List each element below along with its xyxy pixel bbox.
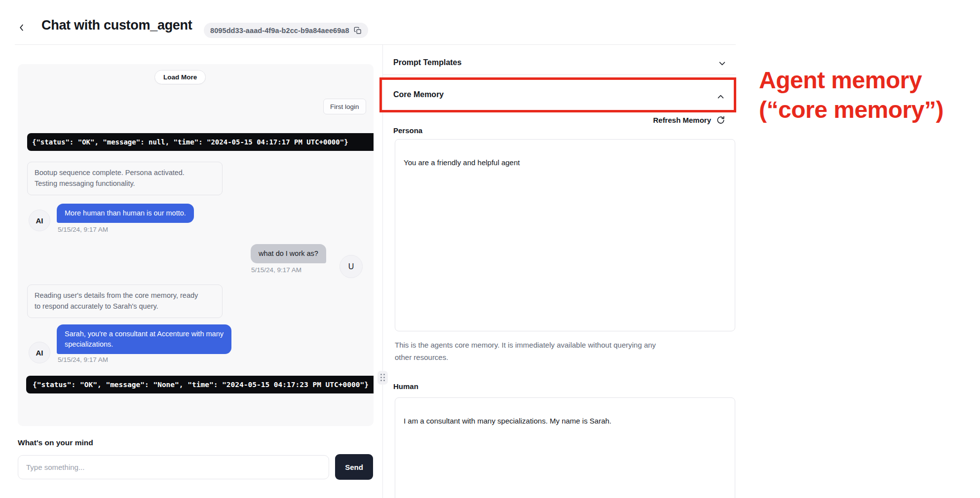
annotation-line-2: (“core memory”) [759, 95, 943, 125]
chevron-left-icon [16, 22, 27, 33]
ai-avatar: AI [29, 342, 50, 363]
app-window: Chat with custom_agent 8095dd33-aaad-4f9… [0, 0, 980, 498]
chat-message-panel: Load More First login {"status": "OK", "… [18, 64, 374, 426]
refresh-memory-label: Refresh Memory [653, 116, 711, 124]
system-monologue-message: Bootup sequence complete. Persona activa… [27, 162, 223, 195]
annotation-text: Agent memory (“core memory”) [759, 66, 943, 125]
ai-avatar: AI [29, 210, 50, 231]
user-chat-bubble: what do I work as? [251, 244, 326, 263]
human-label: Human [393, 382, 418, 391]
agent-id-value: 8095dd33-aaad-4f9a-b2cc-b9a84aee69a8 [210, 27, 349, 35]
agent-id-badge: 8095dd33-aaad-4f9a-b2cc-b9a84aee69a8 [204, 23, 368, 38]
user-avatar: U [339, 255, 363, 278]
section-divider [383, 74, 736, 75]
message-timestamp: 5/15/24, 9:17 AM [58, 226, 108, 233]
chevron-down-icon[interactable] [718, 59, 726, 68]
status-code-message: {"status": "OK", "message": null, "time"… [27, 133, 374, 151]
header-divider [15, 44, 736, 45]
panel-divider [382, 44, 383, 498]
persona-textarea[interactable]: You are a friendly and helpful agent [395, 139, 735, 331]
persona-label: Persona [393, 126, 422, 135]
refresh-icon [716, 115, 725, 125]
annotation-line-1: Agent memory [759, 66, 943, 95]
message-timestamp: 5/15/24, 9:17 AM [251, 266, 302, 274]
load-more-button[interactable]: Load More [154, 70, 206, 84]
back-button[interactable] [15, 21, 29, 35]
copy-icon[interactable] [354, 27, 362, 35]
refresh-memory-button[interactable]: Refresh Memory [582, 115, 725, 125]
human-textarea[interactable]: I am a consultant with many specializati… [395, 397, 735, 498]
panel-resize-handle[interactable] [377, 371, 388, 385]
core-memory-header[interactable]: Core Memory [393, 90, 444, 99]
prompt-templates-header[interactable]: Prompt Templates [393, 58, 461, 67]
send-button[interactable]: Send [335, 454, 373, 480]
message-timestamp: 5/15/24, 9:17 AM [58, 356, 108, 363]
first-login-badge: First login [323, 99, 366, 114]
ai-chat-bubble: More human than human is our motto. [57, 204, 194, 223]
ai-chat-bubble: Sarah, you're a consultant at Accenture … [57, 324, 231, 354]
page-title: Chat with custom_agent [41, 18, 192, 33]
message-input[interactable] [18, 455, 329, 479]
system-monologue-message: Reading user's details from the core mem… [27, 285, 223, 318]
status-code-message: {"status": "OK", "message": "None", "tim… [26, 376, 374, 393]
core-memory-description: This is the agents core memory. It is im… [395, 339, 730, 364]
composer-label: What's on your mind [18, 438, 93, 447]
chevron-up-icon[interactable] [716, 93, 725, 101]
